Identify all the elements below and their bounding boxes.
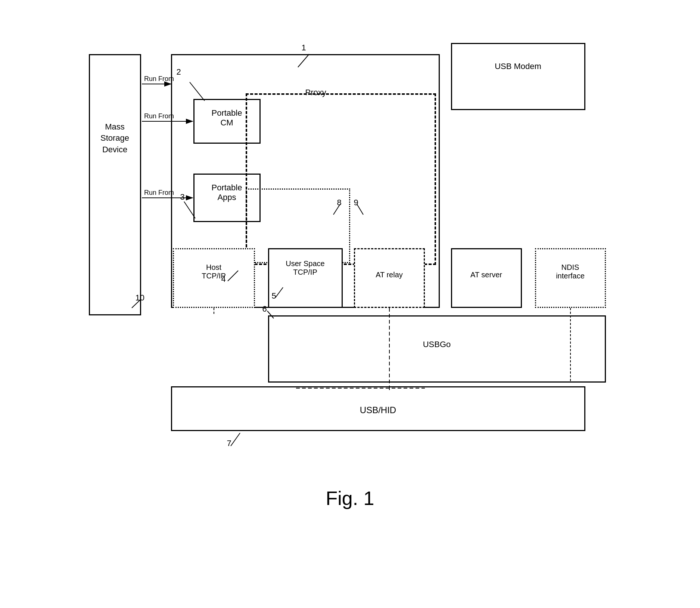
label-9: 9 [354,198,358,208]
svg-text:Run From: Run From [144,75,174,82]
label-1: 1 [302,43,306,53]
label-5: 5 [272,291,276,301]
usb-modem-box [451,43,585,110]
label-10: 10 [136,293,144,303]
usbgo-label: USBGo [268,340,606,349]
svg-line-14 [231,433,240,446]
host-tcpip-label: HostTCP/IP [173,263,255,280]
usb-modem-label: USB Modem [451,62,585,71]
ndis-label: NDISinterface [535,263,606,280]
user-tcpip-box [268,248,343,308]
svg-text:Run From: Run From [144,112,174,120]
label-8: 8 [337,198,342,208]
usb-hid-label: USB/HID [171,405,585,415]
label-3: 3 [180,192,185,202]
label-7: 7 [227,439,231,448]
mass-storage-label: Mass Storage Device [94,121,136,156]
proxy-label: Proxy [305,88,326,97]
at-relay-label: AT relay [354,271,425,279]
label-4: 4 [221,274,226,284]
mass-storage-box [89,54,141,315]
user-tcpip-label: User SpaceTCP/IP [268,259,343,277]
at-server-label: AT server [451,271,522,279]
label-2: 2 [177,67,181,77]
label-6: 6 [262,304,267,314]
fig-label: Fig. 1 [326,487,374,509]
svg-text:Run From: Run From [144,189,174,196]
